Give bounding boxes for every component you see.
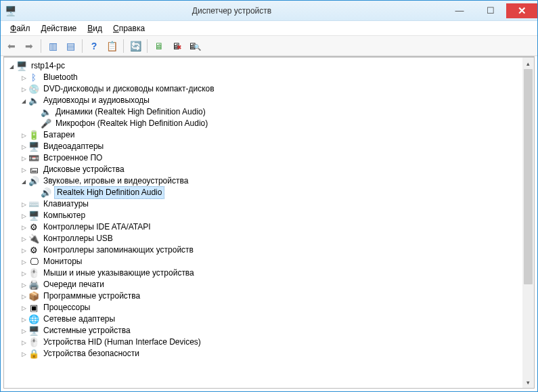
tree-category[interactable]: 🖥️Компьютер [5,210,533,221]
content-area: 🖥️rstp14-pcᛒBluetooth💿DVD-дисководы и ди… [3,56,535,389]
tree-category[interactable]: 🖵Мониторы [5,256,533,267]
menu-action[interactable]: Действие [36,22,83,35]
tree-item-label: Программные устройства [42,290,141,302]
device-icon: 🔋 [28,130,39,141]
tree-category[interactable]: 🔋Батареи [5,129,533,141]
tree-item-label: Микрофон (Realtek High Definition Audio) [54,118,209,129]
tree-category[interactable]: 📦Программные устройства [5,290,533,302]
collapse-arrow-icon[interactable] [7,60,16,72]
device-icon: 📦 [28,291,39,302]
expand-arrow-icon[interactable] [19,152,28,165]
properties-button[interactable]: 📋 [104,38,120,54]
tree-category[interactable]: 🔊Звуковые, игровые и видеоустройства [5,175,533,187]
device-icon: 🌐 [28,314,39,325]
details-button[interactable]: ▤ [62,38,79,54]
scroll-thumb[interactable] [524,69,533,284]
tree-root[interactable]: 🖥️rstp14-pc [5,60,533,72]
device-icon: 🖱️ [28,337,39,348]
expand-arrow-icon[interactable] [19,336,28,349]
tree-device[interactable]: 🔊Realtek High Definition Audio [5,187,533,198]
scroll-down-button[interactable]: ▾ [522,376,534,388]
device-tree[interactable]: 🖥️rstp14-pcᛒBluetooth💿DVD-дисководы и ди… [4,58,534,388]
expand-arrow-icon[interactable] [19,210,28,222]
tree-category[interactable]: ▣Процессоры [5,302,533,313]
tree-item-label: Мониторы [42,256,83,267]
tree-category[interactable]: ᛒBluetooth [5,72,533,83]
help-button[interactable]: ? [86,38,102,54]
expand-arrow-icon[interactable] [19,348,28,360]
disable-icon: 🖥✖ [172,41,182,51]
close-button[interactable]: ✕ [506,3,537,18]
expand-arrow-icon[interactable] [19,198,28,211]
back-button[interactable]: ⬅ [3,38,20,54]
device-icon: 🖥️ [16,61,27,72]
collapse-arrow-icon[interactable] [19,175,28,188]
menu-view[interactable]: Вид [82,22,108,35]
uninstall-button[interactable]: 🖥 [151,38,167,54]
toolbar-separator [123,39,124,53]
tree-category[interactable]: 🖱️Устройства HID (Human Interface Device… [5,336,533,348]
forward-button[interactable]: ➡ [21,38,37,54]
tree-category[interactable]: 📼Встроенное ПО [5,152,533,164]
menu-view-label: ид [93,24,102,33]
device-icon: 🔒 [28,349,39,360]
tree-category[interactable]: 🔈Аудиовходы и аудиовыходы [5,95,533,106]
tree-category[interactable]: 🖥️Системные устройства [5,325,533,336]
expand-arrow-icon[interactable] [19,72,28,84]
show-hide-tree-button[interactable]: ▥ [45,38,61,54]
scroll-track[interactable] [522,69,534,376]
expand-arrow-icon[interactable] [19,164,28,176]
menu-file[interactable]: Файл [5,22,36,35]
disable-button[interactable]: 🖥✖ [169,38,185,54]
expand-arrow-icon[interactable] [19,141,28,153]
tree-category[interactable]: 🔌Контроллеры USB [5,233,533,244]
tree-device[interactable]: 🎤Микрофон (Realtek High Definition Audio… [5,118,533,129]
update-driver-button[interactable]: 🔄 [127,38,143,54]
expand-arrow-icon[interactable] [19,325,28,337]
expand-arrow-icon[interactable] [19,233,28,245]
tree-category[interactable]: 🖥️Видеоадаптеры [5,141,533,152]
tree-category[interactable]: 🔒Устройства безопасности [5,348,533,360]
expand-arrow-icon[interactable] [19,279,28,291]
tree-device[interactable]: 🔈Динамики (Realtek High Definition Audio… [5,106,533,118]
menu-file-label: айл [16,24,30,33]
menu-help[interactable]: Справка [108,22,150,35]
expand-arrow-icon[interactable] [19,244,28,257]
expand-arrow-icon[interactable] [19,129,28,141]
expand-arrow-icon[interactable] [19,267,28,280]
tree-category[interactable]: ⚙Контроллеры запоминающих устройств [5,244,533,256]
scan-hardware-button[interactable]: 🖥🔍 [186,38,202,54]
collapse-arrow-icon[interactable] [19,95,28,107]
expand-arrow-icon[interactable] [19,83,28,95]
vertical-scrollbar[interactable]: ▴ ▾ [522,58,534,388]
tree-item-label: Батареи [42,129,76,141]
device-icon: 💿 [28,84,39,95]
device-icon: ▣ [28,303,39,313]
expand-arrow-icon[interactable] [19,290,28,303]
expand-arrow-icon[interactable] [19,302,28,314]
tree-category[interactable]: ⌨️Клавиатуры [5,198,533,210]
tree-item-label: Bluetooth [42,72,79,83]
tree-item-label: Устройства HID (Human Interface Devices) [42,336,202,348]
scan-icon: 🖥🔍 [188,41,201,51]
tree-item-label: Видеоадаптеры [42,141,105,152]
minimize-button[interactable]: — [444,3,475,18]
scroll-up-button[interactable]: ▴ [522,58,534,69]
expand-arrow-icon[interactable] [19,221,28,234]
toolbar-separator [147,39,148,53]
tree-category[interactable]: 🖱️Мыши и иные указывающие устройства [5,267,533,279]
tree-category[interactable]: 🌐Сетевые адаптеры [5,313,533,325]
expand-arrow-icon[interactable] [19,313,28,326]
tree-category[interactable]: 🖨️Очереди печати [5,279,533,290]
expand-arrow-icon[interactable] [19,256,28,268]
tree-item-label: Мыши и иные указывающие устройства [42,267,196,279]
properties-icon: 📋 [106,41,118,51]
device-icon: 🖱️ [28,268,39,279]
tree-item-label: Аудиовходы и аудиовыходы [42,95,151,106]
titlebar[interactable]: 🖥️ Диспетчер устройств — ☐ ✕ [1,1,537,21]
tree-category[interactable]: ⚙Контроллеры IDE ATA/ATAPI [5,221,533,233]
maximize-button[interactable]: ☐ [475,3,506,18]
tree-category[interactable]: 🖴Дисковые устройства [5,164,533,175]
toolbar-separator [41,39,41,53]
tree-category[interactable]: 💿DVD-дисководы и дисководы компакт-диско… [5,83,533,95]
